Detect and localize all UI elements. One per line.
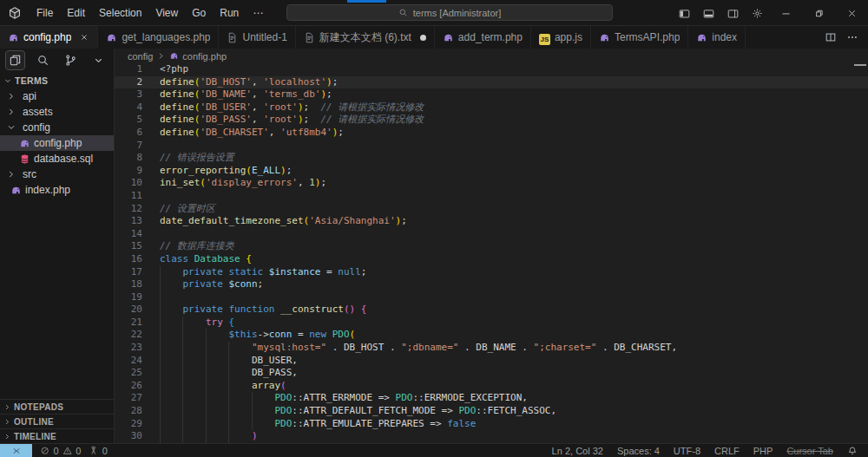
sidebar-section-timeline[interactable]: TIMELINE <box>0 428 114 443</box>
editor-tab[interactable]: JSapp.js <box>531 26 591 49</box>
code-line-content[interactable]: ini_set('display_errors', 1); <box>155 177 868 190</box>
status-php[interactable]: PHP <box>753 446 773 456</box>
ports-indicator[interactable]: 0 <box>89 446 108 456</box>
code-line-content[interactable]: define('DB_USER', 'root'); // 请根据实际情况修改 <box>155 101 868 114</box>
line-number[interactable]: 29 <box>115 418 155 431</box>
status-ln-2-col-32[interactable]: Ln 2, Col 32 <box>552 446 603 456</box>
source-control-view-button[interactable] <box>61 50 81 70</box>
tree-item-api[interactable]: api <box>0 88 114 104</box>
command-center-search[interactable]: terms [Administrator] <box>286 4 613 21</box>
toggle-primary-sidebar-button[interactable] <box>672 0 696 26</box>
more-views-button[interactable] <box>89 50 108 70</box>
split-editor-icon[interactable] <box>825 31 837 43</box>
line-number[interactable]: 28 <box>115 405 155 418</box>
line-number[interactable]: 22 <box>115 329 155 342</box>
editor-tab[interactable]: get_languages.php <box>98 26 219 49</box>
code-line-content[interactable]: $this->conn = new PDO( <box>155 329 868 342</box>
close-window-button[interactable] <box>835 0 868 26</box>
code-line-content[interactable]: define('DB_CHARSET', 'utf8mb4'); <box>155 127 868 140</box>
code-line-content[interactable]: define('DB_NAME', 'terms_db'); <box>155 88 868 101</box>
code-line-content[interactable]: // 数据库连接类 <box>155 240 868 253</box>
line-number[interactable]: 4 <box>115 101 155 114</box>
explorer-view-button[interactable] <box>5 50 25 70</box>
editor-tab[interactable]: TermsAPI.php <box>591 26 688 49</box>
code-line-content[interactable]: try { <box>155 317 868 330</box>
remote-indicator[interactable] <box>0 444 32 457</box>
menu-edit[interactable]: Edit <box>60 0 92 26</box>
code-line-content[interactable]: private function __construct() { <box>155 304 868 317</box>
bell-icon[interactable] <box>847 446 858 456</box>
code-line-content[interactable]: array( <box>155 380 868 393</box>
line-number[interactable]: 6 <box>115 127 155 140</box>
code-line-content[interactable] <box>155 190 868 203</box>
status-cursor-tab[interactable]: Cursor Tab <box>786 446 833 456</box>
line-number[interactable]: 20 <box>115 304 155 317</box>
code-line-content[interactable]: class Database { <box>155 253 868 266</box>
line-number[interactable]: 13 <box>115 215 155 228</box>
menu-run[interactable]: Run <box>213 0 246 26</box>
toggle-secondary-sidebar-button[interactable] <box>720 0 745 26</box>
code-line-content[interactable]: DB_PASS, <box>155 367 868 380</box>
tree-item-database-sql[interactable]: database.sql <box>0 151 114 166</box>
tree-item-config-php[interactable]: config.php <box>0 135 114 151</box>
line-number[interactable]: 15 <box>115 240 155 253</box>
line-number[interactable]: 25 <box>115 367 155 380</box>
line-number[interactable]: 11 <box>115 190 155 203</box>
line-number[interactable]: 9 <box>115 165 155 178</box>
status-crlf[interactable]: CRLF <box>714 446 740 456</box>
code-line-content[interactable]: // 设置时区 <box>155 203 868 216</box>
tree-item-config[interactable]: config <box>0 120 114 135</box>
code-line-content[interactable]: define('DB_HOST', 'localhost'); <box>155 76 868 89</box>
problems-indicator[interactable]: 0 0 <box>40 446 81 456</box>
menu-go[interactable]: Go <box>185 0 213 26</box>
line-number[interactable]: 7 <box>115 140 155 153</box>
line-number[interactable]: 24 <box>115 355 155 368</box>
sidebar-section-notepads[interactable]: NOTEPADS <box>0 399 114 414</box>
editor-tab[interactable]: index <box>688 26 746 49</box>
line-number[interactable]: 19 <box>115 291 155 304</box>
explorer-section-header[interactable]: TERMS <box>0 72 114 88</box>
line-number[interactable]: 17 <box>115 266 155 279</box>
line-number[interactable]: 1 <box>115 63 155 76</box>
toggle-panel-button[interactable] <box>696 0 720 26</box>
code-line-content[interactable]: DB_USER, <box>155 355 868 368</box>
code-line-content[interactable]: // 错误报告设置 <box>155 152 868 165</box>
breadcrumb-file[interactable]: config.php <box>182 51 227 62</box>
line-number[interactable]: 23 <box>115 342 155 355</box>
sidebar-section-outline[interactable]: OUTLINE <box>0 414 114 428</box>
status-utf-8[interactable]: UTF-8 <box>674 446 700 456</box>
line-number[interactable]: 18 <box>115 278 155 291</box>
tree-item-assets[interactable]: assets <box>0 104 114 120</box>
line-number[interactable]: 26 <box>115 380 155 393</box>
code-line-content[interactable]: PDO::ATTR_EMULATE_PREPARES => false <box>155 418 868 431</box>
tree-item-src[interactable]: src <box>0 166 114 182</box>
code-editor[interactable]: 1<?php2define('DB_HOST', 'localhost');3d… <box>115 63 868 443</box>
editor-tab[interactable]: config.php <box>0 26 98 49</box>
customize-layout-button[interactable] <box>745 0 769 26</box>
line-number[interactable]: 10 <box>115 177 155 190</box>
line-number[interactable]: 30 <box>115 430 155 443</box>
code-line-content[interactable] <box>155 140 868 153</box>
status-spaces-4[interactable]: Spaces: 4 <box>617 446 660 456</box>
line-number[interactable]: 12 <box>115 203 155 216</box>
code-line-content[interactable] <box>155 291 868 304</box>
line-number[interactable]: 16 <box>115 253 155 266</box>
maximize-button[interactable] <box>802 0 835 26</box>
code-line-content[interactable]: PDO::ATTR_ERRMODE => PDO::ERRMODE_EXCEPT… <box>155 392 868 405</box>
menu-[interactable]: ⋯ <box>246 0 270 26</box>
line-number[interactable]: 8 <box>115 152 155 165</box>
tree-item-index-php[interactable]: index.php <box>0 182 114 198</box>
menu-selection[interactable]: Selection <box>92 0 148 26</box>
line-number[interactable]: 21 <box>115 317 155 330</box>
code-line-content[interactable]: error_reporting(E_ALL); <box>155 165 868 178</box>
more-actions-icon[interactable] <box>846 31 858 43</box>
code-line-content[interactable]: ) <box>155 430 868 443</box>
breadcrumb-folder[interactable]: config <box>128 51 153 62</box>
code-line-content[interactable] <box>155 228 868 241</box>
line-number[interactable]: 5 <box>115 114 155 127</box>
code-line-content[interactable]: <?php <box>155 63 868 76</box>
editor-tab[interactable]: 新建文本文档 (6).txt <box>296 26 435 49</box>
code-line-content[interactable]: private $conn; <box>155 278 868 291</box>
editor-tab[interactable]: Untitled-1 <box>219 26 295 49</box>
line-number[interactable]: 27 <box>115 392 155 405</box>
